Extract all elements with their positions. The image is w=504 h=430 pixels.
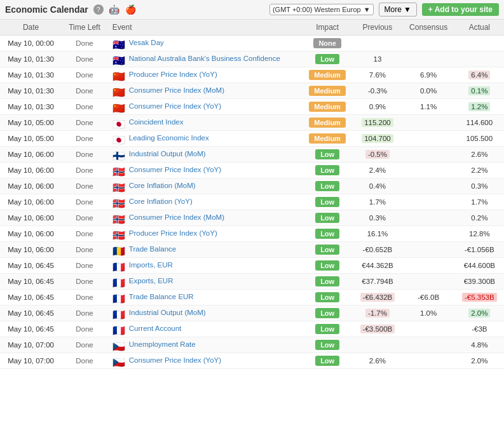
cell-impact: Low [302, 226, 353, 242]
country-flag: 🇫🇷 [112, 293, 126, 302]
event-link[interactable]: Trade Balance EUR [129, 293, 194, 300]
cell-actual [455, 36, 504, 51]
country-flag: 🇫🇷 [112, 261, 126, 270]
apple-icon[interactable]: 🍎 [125, 4, 137, 15]
cell-event: 🇳🇴Consumer Price Index (MoM) [107, 210, 302, 226]
cell-consensus [402, 163, 455, 178]
event-link[interactable]: Consumer Price Index (MoM) [129, 86, 224, 94]
impact-badge: Low [315, 149, 339, 159]
country-flag: 🇦🇺 [112, 55, 126, 64]
cell-previous: -1.7% [353, 306, 402, 321]
event-link[interactable]: Industrial Output (MoM) [129, 309, 206, 316]
cell-actual [455, 51, 504, 67]
event-link[interactable]: Current Account [129, 325, 181, 332]
cell-consensus [402, 115, 455, 131]
table-row: May 10, 05:00Done🇯🇵Leading Economic Inde… [0, 131, 504, 147]
cell-event: 🇦🇺Vesak Day [107, 36, 302, 51]
table-row: May 10, 01:30Done🇨🇳Producer Price Index … [0, 67, 504, 83]
country-flag: 🇫🇷 [112, 325, 126, 333]
event-link[interactable]: Vesak Day [129, 39, 164, 46]
cell-date: May 10, 00:00 [0, 36, 62, 51]
event-link[interactable]: Coincident Index [129, 118, 184, 126]
cell-time-left: Done [62, 131, 107, 147]
country-flag: 🇦🇺 [112, 39, 126, 48]
cell-previous: -€6.432B [353, 290, 402, 306]
cell-actual: -€3B [455, 321, 504, 337]
cell-previous: €37.794B [353, 274, 402, 290]
impact-badge: Low [315, 276, 339, 286]
impact-badge: Medium [309, 118, 346, 128]
event-link[interactable]: Consumer Price Index (YoY) [129, 356, 221, 364]
cell-impact: Low [302, 51, 353, 67]
table-row: May 10, 06:00Done🇳🇴Core Inflation (MoM)L… [0, 178, 504, 194]
table-row: May 10, 01:30Done🇨🇳Consumer Price Index … [0, 99, 504, 115]
country-flag: 🇫🇷 [112, 277, 126, 286]
more-button[interactable]: More ▼ [379, 3, 417, 17]
help-icon[interactable]: ? [93, 4, 104, 15]
event-link[interactable]: Unemployment Rate [129, 340, 196, 348]
timezone-selector[interactable]: (GMT +0:00) Western Europ ▼ [269, 4, 374, 15]
cell-consensus [402, 258, 455, 274]
event-link[interactable]: Core Inflation (YoY) [129, 198, 193, 205]
cell-date: May 10, 06:00 [0, 178, 62, 194]
event-link[interactable]: National Australia Bank's Business Confi… [129, 55, 280, 62]
country-flag: 🇷🇴 [112, 245, 126, 254]
cell-time-left: Done [62, 210, 107, 226]
cell-consensus: 1.0% [402, 306, 455, 321]
cell-previous [353, 337, 402, 353]
cell-date: May 10, 05:00 [0, 131, 62, 147]
impact-badge: Low [315, 229, 339, 239]
more-label: More [385, 5, 402, 14]
event-link[interactable]: Exports, EUR [129, 277, 174, 285]
android-icon[interactable]: 🤖 [109, 4, 120, 15]
cell-actual: 0.2% [455, 210, 504, 226]
event-link[interactable]: Producer Price Index (YoY) [129, 229, 217, 237]
event-link[interactable]: Trade Balance [129, 245, 176, 253]
country-flag: 🇨🇳 [112, 86, 126, 95]
event-link[interactable]: Leading Economic Index [129, 134, 209, 142]
event-link[interactable]: Consumer Price Index (YoY) [129, 102, 221, 110]
event-link[interactable]: Consumer Price Index (YoY) [129, 166, 221, 173]
col-timeleft-header: Time Left [62, 20, 107, 36]
cell-previous: 104.700 [353, 131, 402, 147]
impact-badge: Low [315, 324, 339, 334]
event-link[interactable]: Core Inflation (MoM) [129, 182, 196, 189]
event-link[interactable]: Consumer Price Index (MoM) [129, 213, 224, 221]
event-link[interactable]: Producer Price Index (YoY) [129, 71, 217, 78]
cell-impact: Low [302, 210, 353, 226]
cell-event: 🇫🇷Trade Balance EUR [107, 290, 302, 306]
cell-impact: Low [302, 242, 353, 258]
cell-time-left: Done [62, 226, 107, 242]
cell-date: May 10, 06:00 [0, 194, 62, 210]
event-link[interactable]: Imports, EUR [129, 261, 173, 269]
table-row: May 10, 06:00Done🇳🇴Consumer Price Index … [0, 210, 504, 226]
cell-event: 🇫🇷Exports, EUR [107, 274, 302, 290]
cell-impact: Low [302, 163, 353, 178]
country-flag: 🇳🇴 [112, 229, 126, 238]
cell-actual: €44.600B [455, 258, 504, 274]
cell-event: 🇨🇿Unemployment Rate [107, 337, 302, 353]
cell-time-left: Done [62, 67, 107, 83]
cell-event: 🇳🇴Core Inflation (YoY) [107, 194, 302, 210]
impact-badge: Medium [309, 70, 346, 80]
cell-impact: Medium [302, 67, 353, 83]
cell-previous: -0.3% [353, 83, 402, 99]
cell-event: 🇳🇴Core Inflation (MoM) [107, 178, 302, 194]
cell-date: May 10, 07:00 [0, 353, 62, 369]
add-to-site-button[interactable]: + Add to your site [422, 3, 499, 16]
cell-time-left: Done [62, 306, 107, 321]
col-previous-header: Previous [353, 20, 402, 36]
cell-event: 🇫🇷Current Account [107, 321, 302, 337]
cell-event: 🇯🇵Coincident Index [107, 115, 302, 131]
table-header-row: Date Time Left Event Impact Previous Con… [0, 20, 504, 36]
cell-date: May 10, 06:45 [0, 306, 62, 321]
cell-consensus [402, 210, 455, 226]
event-link[interactable]: Industrial Output (MoM) [129, 150, 206, 158]
add-label: + Add to your site [428, 5, 493, 14]
cell-time-left: Done [62, 115, 107, 131]
cell-event: 🇨🇳Consumer Price Index (YoY) [107, 99, 302, 115]
cell-date: May 10, 01:30 [0, 99, 62, 115]
cell-impact: Low [302, 306, 353, 321]
chevron-down-icon: ▼ [404, 5, 411, 14]
cell-time-left: Done [62, 290, 107, 306]
